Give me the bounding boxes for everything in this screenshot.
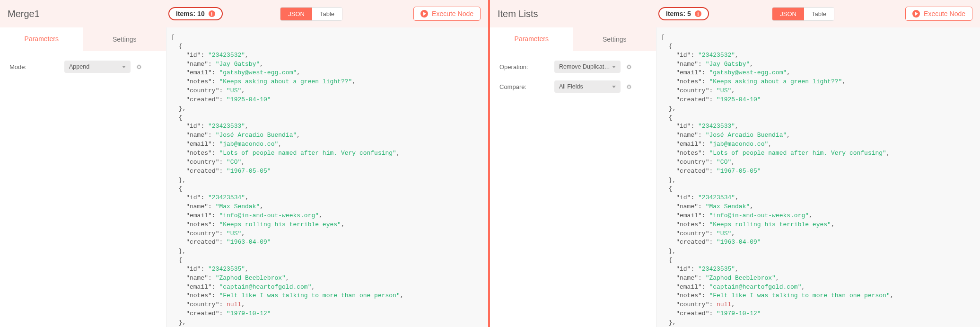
items-count-label: Items: 5 [666, 10, 691, 18]
json-output: [ { "id": "23423532", "name": "Jay Gatsb… [656, 27, 980, 327]
param-row-compare: Compare: All Fields ⚙ [499, 80, 647, 93]
gear-icon[interactable]: ⚙ [136, 63, 142, 71]
param-label: Mode: [9, 63, 64, 71]
sidebar-right: Parameters Settings Operation: Remove Du… [490, 27, 656, 327]
select-value: All Fields [559, 83, 583, 90]
table-view-button[interactable]: Table [312, 8, 342, 20]
execute-label: Execute Node [432, 10, 473, 18]
info-icon[interactable]: i [209, 10, 215, 17]
topbar-left: Merge1 Items: 10 i JSON Table Execute No… [0, 0, 488, 27]
items-count-label: Items: 10 [176, 10, 205, 18]
node-title: Merge1 [8, 9, 168, 19]
select-value: Remove Duplicat… [559, 63, 610, 70]
param-row-mode: Mode: Append ⚙ [9, 61, 157, 73]
execute-label: Execute Node [924, 10, 965, 18]
chevron-down-icon [612, 66, 616, 68]
gear-icon[interactable]: ⚙ [626, 83, 632, 90]
tab-parameters[interactable]: Parameters [0, 27, 83, 51]
json-view-button[interactable]: JSON [280, 8, 312, 20]
compare-select[interactable]: All Fields [554, 80, 621, 93]
view-toggle: JSON Table [772, 7, 834, 21]
operation-select[interactable]: Remove Duplicat… [554, 61, 621, 73]
play-icon [420, 10, 428, 18]
param-row-operation: Operation: Remove Duplicat… ⚙ [499, 61, 647, 73]
json-view-button[interactable]: JSON [772, 8, 804, 20]
json-output: [ { "id": "23423532", "name": "Jay Gatsb… [166, 27, 488, 327]
tab-settings[interactable]: Settings [573, 27, 656, 51]
param-label: Operation: [499, 63, 554, 71]
info-icon[interactable]: i [695, 10, 701, 17]
param-label: Compare: [499, 83, 554, 90]
chevron-down-icon [122, 66, 126, 68]
tab-parameters[interactable]: Parameters [490, 27, 573, 51]
topbar-right: Item Lists Items: 5 i JSON Table Execute… [490, 0, 980, 27]
parameters-form: Operation: Remove Duplicat… ⚙ Compare: A… [490, 51, 656, 110]
execute-node-button[interactable]: Execute Node [905, 7, 972, 21]
items-count-pill: Items: 5 i [658, 7, 709, 20]
tabs: Parameters Settings [490, 27, 656, 51]
mode-select[interactable]: Append [64, 61, 131, 73]
items-count-pill: Items: 10 i [168, 7, 223, 20]
merge-node-panel: Merge1 Items: 10 i JSON Table Execute No… [0, 0, 490, 327]
table-view-button[interactable]: Table [804, 8, 834, 20]
execute-node-button[interactable]: Execute Node [413, 7, 481, 21]
chevron-down-icon [612, 86, 616, 88]
parameters-form: Mode: Append ⚙ [0, 51, 166, 90]
play-icon [912, 10, 920, 18]
view-toggle: JSON Table [280, 7, 342, 21]
select-value: Append [69, 63, 89, 70]
tab-settings[interactable]: Settings [83, 27, 166, 51]
tabs: Parameters Settings [0, 27, 166, 51]
item-lists-node-panel: Item Lists Items: 5 i JSON Table Execute… [490, 0, 980, 327]
node-title: Item Lists [498, 9, 658, 19]
sidebar-left: Parameters Settings Mode: Append ⚙ [0, 27, 166, 327]
gear-icon[interactable]: ⚙ [626, 63, 632, 71]
